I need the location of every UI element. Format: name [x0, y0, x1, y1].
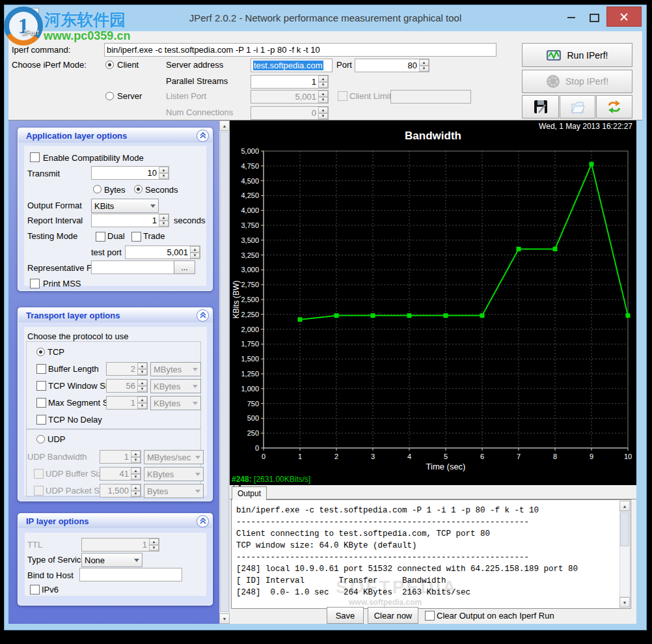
test-port-label: test port	[91, 247, 122, 257]
output-format-dropdown[interactable]: KBits	[91, 199, 159, 213]
client-mode-radio[interactable]	[105, 61, 114, 69]
svg-text:1,750: 1,750	[241, 340, 259, 348]
svg-text:KBits (BW): KBits (BW)	[232, 281, 241, 319]
spin-down-icon[interactable]: ▼	[159, 173, 169, 180]
transmit-spinner[interactable]: 10 ▲▼	[91, 166, 169, 180]
softpedia-url-watermark: www.softpedia.com	[349, 598, 422, 607]
svg-text:1,500: 1,500	[241, 355, 259, 363]
buffer-length-checkbox[interactable]	[36, 364, 46, 374]
tcp-window-checkbox[interactable]	[36, 381, 46, 391]
refresh-icon	[606, 99, 623, 115]
stop-iperf-button: Stop IPerf!	[522, 70, 632, 93]
server-mode-radio[interactable]	[105, 92, 114, 100]
options-scrollbar-thumb[interactable]	[220, 132, 229, 612]
udp-packet-unit-dropdown: Bytes	[144, 484, 204, 498]
spin-down-icon[interactable]: ▼	[318, 82, 328, 89]
server-address-input[interactable]: test.softpedia.com	[251, 59, 333, 72]
softpedia-watermark: SOFTPEDIA	[336, 577, 457, 598]
udp-packet-spinner: 1,500 ▲▼	[100, 484, 141, 497]
transmit-bytes-label: Bytes	[104, 185, 126, 195]
output-line: [248] local 10.9.0.61 port 51532 connect…	[236, 563, 578, 575]
svg-text:750: 750	[247, 400, 259, 408]
client-mode-label: Client	[117, 60, 139, 70]
clear-on-run-checkbox[interactable]	[425, 611, 435, 621]
transmit-seconds-radio[interactable]	[134, 185, 143, 193]
buffer-length-spinner: 2 ▲▼	[106, 362, 148, 376]
spin-down-icon[interactable]: ▼	[159, 221, 169, 227]
chevron-down-icon	[192, 451, 203, 464]
parallel-streams-label: Parallel Streams	[166, 76, 228, 86]
spin-up-icon[interactable]: ▲	[190, 246, 200, 253]
collapse-icon[interactable]	[197, 309, 209, 322]
svg-text:7: 7	[517, 453, 521, 460]
spin-up-icon[interactable]: ▲	[318, 76, 328, 82]
output-scrollbar-thumb[interactable]	[620, 512, 629, 546]
ip-layer-panel: IP layer options TTL 1 ▲▼ Type of Servic…	[18, 513, 213, 606]
spin-down-icon[interactable]: ▼	[190, 253, 200, 259]
max-segment-checkbox[interactable]	[36, 398, 46, 408]
refresh-button[interactable]	[596, 95, 632, 119]
tcp-radio[interactable]	[36, 348, 45, 356]
dual-label: Dual	[107, 231, 125, 241]
collapse-icon[interactable]	[197, 515, 209, 527]
spin-up-icon[interactable]: ▲	[419, 59, 429, 66]
port-spinner[interactable]: 80 ▲▼	[355, 59, 429, 72]
trade-checkbox[interactable]	[131, 232, 141, 242]
collapse-icon[interactable]	[197, 130, 209, 142]
client-limit-input	[390, 90, 471, 104]
svg-text:4,250: 4,250	[241, 191, 259, 199]
representative-file-input[interactable]	[91, 260, 174, 274]
spin-down-icon[interactable]: ▼	[419, 66, 429, 72]
type-of-service-dropdown[interactable]: None	[81, 553, 143, 567]
tab-output[interactable]: Output	[232, 486, 267, 500]
compatibility-mode-checkbox[interactable]	[30, 152, 40, 162]
clear-now-button[interactable]: Clear now	[368, 607, 418, 624]
transmit-seconds-label: Seconds	[145, 185, 178, 195]
spin-up-icon[interactable]: ▲	[159, 214, 169, 221]
spin-down-icon: ▼	[318, 97, 328, 104]
output-console[interactable]: bin/iperf.exe -c test.softpedia.com -P 1…	[231, 499, 631, 609]
udp-radio[interactable]	[36, 435, 45, 443]
minimize-button[interactable]	[562, 10, 581, 25]
tcp-no-delay-checkbox[interactable]	[36, 415, 46, 425]
stop-iperf-icon	[546, 74, 560, 89]
report-interval-spinner[interactable]: 1 ▲▼	[91, 214, 169, 227]
output-line: bin/iperf.exe -c test.softpedia.com -P 1…	[236, 505, 578, 516]
test-port-spinner[interactable]: 5,001 ▲▼	[125, 245, 200, 259]
output-section: ▲▼ Output bin/iperf.exe -c test.softpedi…	[230, 485, 636, 624]
transmit-bytes-radio[interactable]	[93, 185, 102, 193]
svg-text:2: 2	[334, 453, 338, 460]
dual-checkbox[interactable]	[96, 232, 105, 242]
transport-panel-header: Transport layer options	[18, 308, 212, 322]
browse-button[interactable]: ...	[174, 260, 195, 274]
maximize-button[interactable]	[584, 10, 604, 25]
open-file-button[interactable]	[560, 95, 595, 119]
svg-text:6: 6	[480, 453, 484, 460]
representative-file-label: Representative File	[27, 263, 100, 273]
udp-bandwidth-label: UDP Bandwidth	[27, 452, 87, 462]
site-url-watermark: www.pc0359.cn	[44, 29, 130, 43]
ipv6-checkbox[interactable]	[30, 585, 40, 595]
spin-up-icon[interactable]: ▲	[159, 167, 169, 173]
transport-layer-panel: Transport layer options Choose the proto…	[18, 307, 213, 501]
output-scroll-up-button[interactable]: ▲	[619, 501, 630, 511]
run-iperf-button[interactable]: Run IPerf!	[522, 43, 632, 67]
screen: JPerf 2.0.2 - Network performance measur…	[0, 0, 652, 644]
client-limit-checkbox	[338, 91, 347, 101]
print-mss-checkbox[interactable]	[30, 279, 40, 288]
svg-text:10: 10	[624, 453, 632, 460]
parallel-streams-spinner[interactable]: 1 ▲▼	[251, 75, 329, 89]
svg-text:3,000: 3,000	[241, 266, 259, 273]
bind-to-host-input[interactable]	[79, 568, 182, 581]
scroll-down-button[interactable]: ▼	[219, 613, 230, 624]
chart-legend: #248: [2631.00KBits/s]	[232, 475, 310, 484]
report-interval-label: Report Interval	[27, 216, 83, 225]
output-scroll-down-button[interactable]: ▼	[619, 597, 630, 608]
svg-text:4,750: 4,750	[241, 162, 259, 170]
iperf-command-input[interactable]: bin/iperf.exe -c test.softpedia.com -P 1…	[104, 43, 496, 57]
scroll-up-button[interactable]: ▲	[219, 120, 230, 131]
svg-text:5: 5	[444, 453, 448, 460]
close-button[interactable]	[606, 7, 642, 27]
save-output-button[interactable]	[522, 95, 559, 119]
save-button[interactable]: Save	[327, 607, 364, 624]
